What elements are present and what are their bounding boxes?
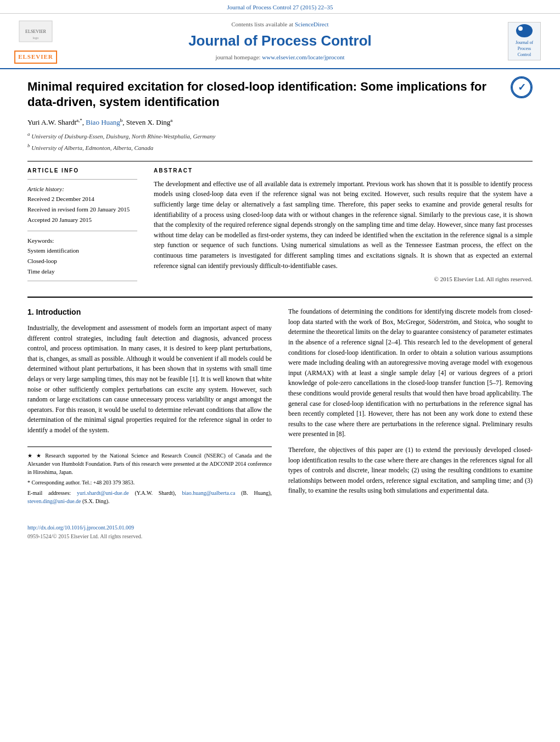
sciencedirect-prefix: Contents lists available at xyxy=(231,21,293,27)
received-revised-date: Received in revised form 20 January 2015 xyxy=(27,206,130,213)
journal-cover-circle xyxy=(516,24,533,37)
section-number: 1. xyxy=(27,308,34,316)
info-divider-mid xyxy=(27,231,137,231)
footnote-emails: E-mail addresses: yuri.shardt@uni-due.de… xyxy=(27,489,272,505)
abstract-label: ABSTRACT xyxy=(154,167,533,175)
journal-header-center: Contents lists available at ScienceDirec… xyxy=(60,20,500,62)
affiliations-area: a University of Duisburg-Essen, Duisburg… xyxy=(27,131,533,152)
authors-line: Yuri A.W. Shardta,*, Biao Huangb, Steven… xyxy=(27,117,533,128)
elsevier-logo-area: ELSEVIER logo ELSEVIER xyxy=(11,18,60,63)
article-info-abstract-area: ARTICLE INFO Article history: Received 2… xyxy=(27,167,533,286)
author-3-sup: a xyxy=(170,118,172,123)
journal-title: Journal of Process Control xyxy=(71,31,489,51)
body-divider xyxy=(27,297,533,298)
intro-para-left: Industrially, the development and assess… xyxy=(27,323,272,436)
crossmark-icon: ✓ xyxy=(511,76,533,98)
journal-header: ELSEVIER logo ELSEVIER Contents lists av… xyxy=(0,14,560,69)
crossmark-badge-area: ✓ xyxy=(511,76,533,98)
journal-cover-text: Journal ofProcessControl xyxy=(516,40,533,58)
journal-reference-bar: Journal of Process Control 27 (2015) 22–… xyxy=(0,0,560,14)
footnote-email-3[interactable]: steven.ding@uni-due.de xyxy=(27,498,81,504)
author-2[interactable]: Biao Huang xyxy=(86,118,120,126)
author-2-sup: b xyxy=(120,118,123,123)
author-1: Yuri A.W. Shardt xyxy=(27,118,76,126)
article-info-label: ARTICLE INFO xyxy=(27,167,137,175)
keyword-3: Time delay xyxy=(27,266,137,277)
introduction-section: 1. Introduction Industrially, the develo… xyxy=(27,306,533,507)
abstract-text: The development and effective use of all… xyxy=(154,179,533,271)
footnote-email-3-author: (S.X. Ding). xyxy=(82,498,109,504)
journal-cover-icon: Journal ofProcessControl xyxy=(508,22,541,60)
section-heading-1: 1. Introduction xyxy=(27,306,272,319)
affil-1-sup: a xyxy=(27,131,30,137)
elsevier-brand-text: ELSEVIER xyxy=(14,51,57,63)
page-footer: http://dx.doi.org/10.1016/j.jprocont.201… xyxy=(0,518,560,546)
footnote-star-text: ★ Research supported by the National Sci… xyxy=(27,453,272,475)
article-info-col: ARTICLE INFO Article history: Received 2… xyxy=(27,167,137,286)
divider-1 xyxy=(27,161,533,161)
journal-reference-text: Journal of Process Control 27 (2015) 22–… xyxy=(227,4,333,10)
sciencedirect-line: Contents lists available at ScienceDirec… xyxy=(71,20,489,29)
footnote-email-1-author: (Y.A.W. Shardt), xyxy=(135,490,182,496)
affiliation-1: a University of Duisburg-Essen, Duisburg… xyxy=(27,131,533,141)
svg-text:✓: ✓ xyxy=(518,82,526,93)
affil-2-text: University of Alberta, Edmonton, Alberta… xyxy=(31,144,153,150)
received-date: Received 2 December 2014 xyxy=(27,196,94,202)
abstract-col: ABSTRACT The development and effective u… xyxy=(154,167,533,286)
footnote-email-1[interactable]: yuri.shardt@uni-due.de xyxy=(77,490,129,496)
svg-text:ELSEVIER: ELSEVIER xyxy=(25,29,46,34)
keywords-label: Keywords: xyxy=(27,237,54,244)
author-1-sup: a,* xyxy=(76,118,82,123)
homepage-prefix: journal homepage: xyxy=(215,54,260,60)
doi-link[interactable]: http://dx.doi.org/10.1016/j.jprocont.201… xyxy=(27,525,134,531)
affil-1-text: University of Duisburg-Essen, Duisburg, … xyxy=(31,133,215,140)
svg-text:logo: logo xyxy=(33,36,39,40)
intro-para-right-2: Therefore, the objectives of this paper … xyxy=(288,445,533,496)
footnote-email-2-author: (B. Huang), xyxy=(241,490,272,496)
main-content-area: ✓ Minimal required excitation for closed… xyxy=(0,69,560,518)
info-divider-bottom xyxy=(27,281,137,281)
footnote-star-symbol: ★ xyxy=(27,453,36,459)
footnote-email-2[interactable]: biao.huang@ualberta.ca xyxy=(182,490,235,496)
footnote-star: ★ ★ Research supported by the National S… xyxy=(27,451,272,476)
history-label: Article history: xyxy=(27,186,64,192)
intro-col-right: The foundations of determining the condi… xyxy=(288,306,533,507)
journal-icon-area: Journal ofProcessControl xyxy=(500,22,549,60)
keyword-1: System identification xyxy=(27,246,137,256)
section-title: Introduction xyxy=(36,308,81,316)
accepted-date: Accepted 20 January 2015 xyxy=(27,216,92,223)
elsevier-tree-icon: ELSEVIER logo xyxy=(16,18,55,48)
affil-2-sup: b xyxy=(27,143,30,148)
journal-homepage-link[interactable]: www.elsevier.com/locate/jprocont xyxy=(262,54,344,60)
footer-copyright: 0959-1524/© 2015 Elsevier Ltd. All right… xyxy=(27,533,533,540)
article-title: Minimal required excitation for closed-l… xyxy=(27,79,533,110)
intro-col-left: 1. Introduction Industrially, the develo… xyxy=(27,306,272,507)
article-history: Article history: Received 2 December 201… xyxy=(27,184,137,225)
keyword-2: Closed-loop xyxy=(27,256,137,266)
author-3: Steven X. Ding xyxy=(126,118,171,126)
journal-homepage-line: journal homepage: www.elsevier.com/locat… xyxy=(71,53,489,62)
info-divider-top xyxy=(27,179,137,180)
affiliation-2: b University of Alberta, Edmonton, Alber… xyxy=(27,142,533,152)
keywords-area: Keywords: System identification Closed-l… xyxy=(27,236,137,277)
intro-para-right-1: The foundations of determining the condi… xyxy=(288,306,533,439)
footnote-email-label: E-mail addresses: xyxy=(27,490,71,496)
footnote-area: ★ ★ Research supported by the National S… xyxy=(27,447,272,505)
sciencedirect-link[interactable]: ScienceDirect xyxy=(295,21,329,27)
footnote-corresponding-text: * Corresponding author. Tel.: +48 203 37… xyxy=(27,479,135,486)
copyright-line: © 2015 Elsevier Ltd. All rights reserved… xyxy=(154,275,533,283)
footnote-corresponding: * Corresponding author. Tel.: +48 203 37… xyxy=(27,478,272,487)
